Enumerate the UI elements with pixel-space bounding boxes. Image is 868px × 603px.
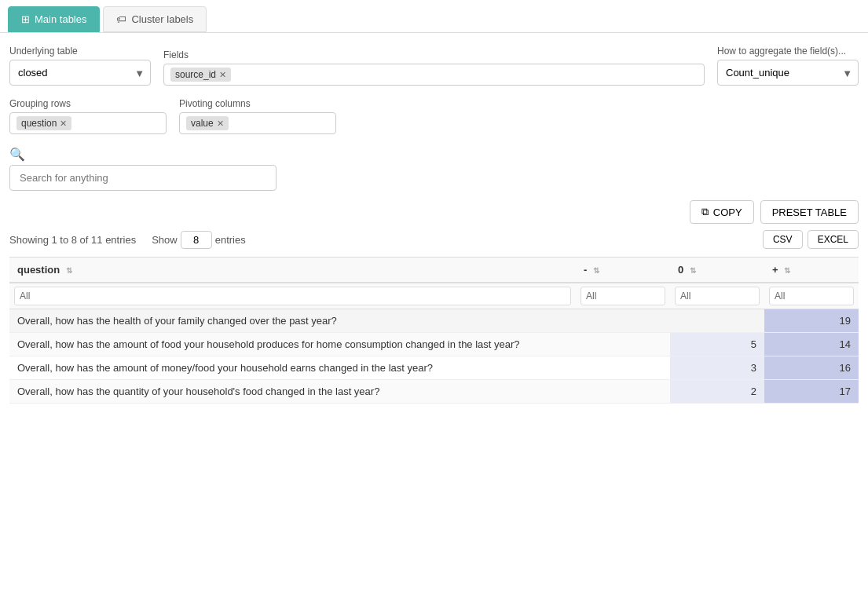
- aggregate-group: How to aggregate the field(s)... Count_u…: [717, 46, 859, 86]
- cell-plus: 19: [764, 309, 859, 333]
- cell-dash: [576, 356, 670, 380]
- th-dash[interactable]: - ⇅: [576, 258, 670, 283]
- preset-table-button[interactable]: PRESET TABLE: [760, 200, 859, 224]
- export-buttons: CSV EXCEL: [763, 230, 859, 249]
- filter-input-zero[interactable]: [675, 287, 760, 305]
- sort-icon-plus: ⇅: [784, 266, 790, 275]
- cell-dash: [576, 309, 670, 333]
- excel-button[interactable]: EXCEL: [808, 230, 859, 249]
- cell-plus: 14: [764, 333, 859, 356]
- fields-tag-source-id: source_id ✕: [170, 68, 231, 82]
- cell-zero: 3: [670, 356, 764, 380]
- pivoting-columns-tag-value: value ✕: [186, 116, 229, 130]
- table-row: Overall, how has the quantity of your ho…: [9, 380, 859, 404]
- grouping-rows-tag-input[interactable]: question ✕: [9, 112, 167, 134]
- fields-tag-remove[interactable]: ✕: [219, 71, 226, 79]
- aggregate-select-wrapper: Count_unique Sum Average ▼: [717, 60, 859, 86]
- underlying-table-group: Underlying table closed open ▼: [9, 46, 151, 86]
- cell-dash: [576, 380, 670, 404]
- th-zero[interactable]: 0 ⇅: [670, 258, 764, 283]
- cell-zero: 2: [670, 380, 764, 404]
- table-body: Overall, how has the health of your fami…: [9, 309, 859, 404]
- tab-bar: ⊞ Main tables 🏷 Cluster labels: [0, 0, 868, 33]
- show-export-row: Showing 1 to 8 of 11 entries Show entrie…: [9, 230, 859, 249]
- tab-cluster-labels[interactable]: 🏷 Cluster labels: [103, 6, 207, 32]
- copy-icon: ⧉: [701, 206, 709, 218]
- filter-input-plus[interactable]: [769, 287, 854, 305]
- data-table: question ⇅ - ⇅ 0 ⇅ + ⇅: [9, 257, 859, 404]
- cell-zero: 5: [670, 333, 764, 356]
- pivoting-columns-group: Pivoting columns value ✕: [179, 98, 336, 134]
- table-row: Overall, how has the amount of food your…: [9, 333, 859, 356]
- tag-icon: 🏷: [116, 13, 126, 25]
- filter-cell-plus: [764, 283, 859, 309]
- cell-question: Overall, how has the amount of money/foo…: [9, 356, 576, 380]
- filter-cell-dash: [576, 283, 670, 309]
- fields-tag-input[interactable]: source_id ✕: [163, 64, 705, 86]
- cell-question: Overall, how has the quantity of your ho…: [9, 380, 576, 404]
- sort-icon-question: ⇅: [66, 266, 72, 275]
- sort-icon-dash: ⇅: [593, 266, 599, 275]
- csv-button[interactable]: CSV: [763, 230, 803, 249]
- table-header-row: question ⇅ - ⇅ 0 ⇅ + ⇅: [9, 258, 859, 283]
- cell-question: Overall, how has the health of your fami…: [9, 309, 576, 333]
- data-table-container: question ⇅ - ⇅ 0 ⇅ + ⇅: [9, 257, 859, 404]
- cell-zero: [670, 309, 764, 333]
- table-row: Overall, how has the amount of money/foo…: [9, 356, 859, 380]
- fields-label: Fields: [163, 49, 705, 60]
- cell-plus: 17: [764, 380, 859, 404]
- search-section: 🔍: [9, 147, 859, 191]
- fields-group: Fields source_id ✕: [163, 49, 705, 86]
- underlying-table-select-wrapper: closed open ▼: [9, 60, 151, 86]
- copy-button[interactable]: ⧉ COPY: [690, 200, 754, 224]
- pivoting-columns-tag-remove[interactable]: ✕: [217, 119, 224, 128]
- search-input[interactable]: [9, 165, 277, 191]
- pivoting-columns-label: Pivoting columns: [179, 98, 336, 109]
- th-plus[interactable]: + ⇅: [764, 258, 859, 283]
- sort-icon-zero: ⇅: [690, 266, 696, 275]
- filter-cell-zero: [670, 283, 764, 309]
- filter-input-dash[interactable]: [580, 287, 665, 305]
- grouping-rows-label: Grouping rows: [9, 98, 167, 109]
- search-icon: 🔍: [9, 147, 859, 162]
- cell-dash: [576, 333, 670, 356]
- cell-plus: 16: [764, 356, 859, 380]
- toolbar-row: ⧉ COPY PRESET TABLE: [9, 200, 859, 224]
- filter-cell-question: [9, 283, 576, 309]
- aggregate-label: How to aggregate the field(s)...: [717, 46, 859, 57]
- cell-question: Overall, how has the amount of food your…: [9, 333, 576, 356]
- show-label-before: Show: [152, 234, 178, 246]
- underlying-table-select[interactable]: closed open: [9, 60, 151, 86]
- entries-info: Showing 1 to 8 of 11 entries: [9, 234, 136, 246]
- filter-input-question[interactable]: [14, 287, 571, 305]
- grouping-rows-tag-remove[interactable]: ✕: [60, 119, 67, 128]
- aggregate-select[interactable]: Count_unique Sum Average: [717, 60, 859, 86]
- table-icon: ⊞: [21, 13, 30, 25]
- show-entries-input[interactable]: [181, 231, 212, 249]
- tab-main-tables[interactable]: ⊞ Main tables: [8, 6, 100, 32]
- grouping-rows-tag-question: question ✕: [16, 116, 71, 130]
- underlying-table-label: Underlying table: [9, 46, 151, 57]
- config-row-2: Grouping rows question ✕ Pivoting column…: [9, 98, 859, 134]
- grouping-rows-group: Grouping rows question ✕: [9, 98, 167, 134]
- config-row-1: Underlying table closed open ▼ Fields so…: [9, 46, 859, 86]
- show-label-after: entries: [215, 234, 246, 246]
- table-row: Overall, how has the health of your fami…: [9, 309, 859, 333]
- th-question[interactable]: question ⇅: [9, 258, 576, 283]
- main-content: Underlying table closed open ▼ Fields so…: [0, 33, 868, 416]
- table-filter-row: [9, 283, 859, 309]
- pivoting-columns-tag-input[interactable]: value ✕: [179, 112, 336, 134]
